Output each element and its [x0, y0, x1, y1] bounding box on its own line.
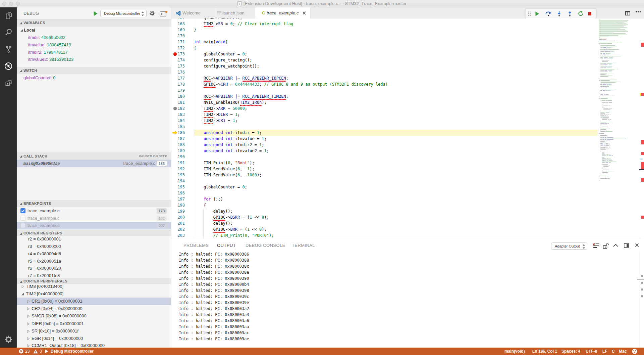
code-line-201[interactable]: 201 delay(); [171, 220, 644, 226]
tab-trace_example-c[interactable]: Ctrace_example.c [255, 7, 310, 19]
feedback-smiley-icon[interactable] [632, 349, 637, 355]
peripheral-row[interactable]: SMCR [0x08] = 0x00000000 [17, 312, 171, 320]
code-line-193[interactable]: 193 ITM_SendValue(6, -1000); [171, 172, 644, 178]
status-cursor-position[interactable]: Ln 186, Col 1 [532, 348, 557, 355]
panel-tab-terminal[interactable]: TERMINAL [292, 243, 315, 248]
activitybar-item-source-control[interactable] [0, 42, 17, 56]
code-line-171[interactable]: 171int main(void) [171, 39, 644, 45]
peripheral-row[interactable]: DIER [0x0c] = 0x00000001 [17, 320, 171, 327]
step-out-button[interactable] [566, 9, 574, 18]
code-line-178[interactable]: 178 GPIOC->CRH = 0x44444433; // GPIOC 8 … [171, 81, 644, 87]
breakpoint-row[interactable]: trace_example.c173 [17, 207, 171, 215]
move-panel-right-button[interactable] [624, 243, 629, 248]
peripheral-row[interactable]: CR2 [0x04] = 0x00000000 [17, 305, 171, 312]
close-tab-icon[interactable] [303, 11, 306, 15]
code-line-174[interactable]: 174 configure_tracing(); [171, 57, 644, 63]
variables-scope-row[interactable]: Local [17, 27, 171, 34]
code-line-187[interactable]: 187 unsigned int itmvalue = 1; [171, 136, 644, 142]
peripheral-row[interactable]: CCMR1_Output [0x18] = 0x00000000 [17, 342, 171, 348]
code-line-203[interactable]: 203 // ITM_Print(0, "PORT0"); [171, 232, 644, 238]
stop-button[interactable] [585, 9, 594, 18]
panel-tab-debug-console[interactable]: DEBUG CONSOLE [246, 243, 285, 248]
code-line-202[interactable]: 202 GPIOC->BRR = (1 << 8); [171, 226, 644, 232]
code-line-195[interactable]: 195 globalCounter = 0; [171, 184, 644, 190]
code-line-199[interactable]: 199 delay(); [171, 208, 644, 214]
code-line-185[interactable]: 185 [171, 124, 644, 130]
debug-status-item[interactable]: Debug Microcontroller [45, 348, 94, 355]
step-over-button[interactable] [544, 9, 553, 18]
section-header-breakpoints[interactable]: BREAKPOINTS [17, 200, 171, 207]
close-panel-button[interactable] [635, 243, 639, 247]
code-line-196[interactable]: 196 [171, 190, 644, 196]
debug-console-toggle-button[interactable] [160, 10, 168, 17]
code-line-181[interactable]: 181 NVIC_EnableIRQ(TIM2_IRQn); [171, 99, 644, 105]
section-header-variables[interactable]: VARIABLES [17, 19, 171, 27]
section-header-watch[interactable]: WATCH [17, 67, 171, 74]
breakpoint-row[interactable]: trace_example.c207 [17, 222, 171, 229]
tab-Welcome[interactable]: Welcome [171, 7, 215, 18]
peripheral-row[interactable]: SR [0x10] = 0x0000001f [17, 327, 171, 335]
configure-gear-button[interactable] [149, 10, 155, 16]
twistie-collapsed-icon[interactable] [27, 322, 30, 325]
output-scrollbar[interactable] [640, 251, 640, 348]
toolbar-drag-handle[interactable] [526, 9, 532, 18]
toggle-autoscroll-button[interactable] [603, 243, 609, 249]
activitybar-item-extensions[interactable] [0, 76, 17, 90]
code-line-188[interactable]: 188 unsigned int itmdir2 = 1; [171, 142, 644, 148]
twistie-collapsed-icon[interactable] [21, 285, 24, 288]
peripheral-row[interactable]: CR1 [0x00] = 0x00000001 [17, 298, 171, 305]
peripheral-row[interactable]: EGR [0x14] = 0x00000000 [17, 335, 171, 342]
problems-status-item[interactable]: 230 [19, 348, 42, 355]
twistie-collapsed-icon[interactable] [27, 337, 30, 340]
breakpoint-glyph[interactable] [173, 52, 179, 58]
code-line-179[interactable]: 179 [171, 87, 644, 93]
maximize-panel-button[interactable] [613, 244, 618, 247]
continue-button[interactable] [533, 9, 541, 18]
code-line-183[interactable]: 183 TIM2->DIER = 1; [171, 112, 644, 118]
twistie-collapsed-icon[interactable] [27, 307, 30, 310]
step-into-button[interactable] [555, 9, 564, 18]
code-line-198[interactable]: 198 { [171, 202, 644, 208]
variable-row[interactable]: itmdir2: 1799478117 [17, 49, 171, 56]
code-line-177[interactable]: 177 RCC->APB2ENR |= RCC_APB2ENR_IOPCEN; [171, 75, 644, 81]
breakpoint-checkbox[interactable] [20, 216, 25, 221]
register-row[interactable]: r6 = 0x00000020 [17, 265, 171, 272]
code-line-192[interactable]: 192 ITM_SendValue(6, -1); [171, 166, 644, 172]
output-log[interactable]: Info : halted: PC: 0x08000386 Info : hal… [179, 251, 249, 342]
code-line-190[interactable]: 190 [171, 154, 644, 160]
activitybar-item-explorer[interactable] [0, 9, 17, 22]
status-indentation[interactable]: Spaces: 4 [561, 348, 580, 355]
twistie-collapsed-icon[interactable] [27, 344, 30, 347]
twistie-collapsed-icon[interactable] [27, 330, 30, 333]
twistie-collapsed-icon[interactable] [27, 300, 30, 303]
status-remote[interactable]: Mac [619, 348, 627, 355]
code-line-182[interactable]: 182 TIM2->ARR = 50000; [171, 105, 644, 112]
code-line-172[interactable]: 172{ [171, 45, 644, 51]
register-row[interactable]: r2 = 0x00000001 [17, 235, 171, 243]
breakpoint-checkbox[interactable] [20, 223, 25, 228]
code-line-184[interactable]: 184 TIM2->CR1 = 1; [171, 118, 644, 124]
breakpoint-row[interactable]: trace_example.c182 [17, 215, 171, 222]
settings-gear-button[interactable] [0, 332, 17, 346]
code-line-175[interactable]: 175 configure_watchpoint(); [171, 63, 644, 69]
watch-row[interactable]: globalCounter: 0 [17, 74, 171, 82]
tab-launch-json[interactable]: launch.json [215, 7, 255, 18]
debug-config-dropdown[interactable]: Debug Microcontroller [100, 10, 147, 17]
register-row[interactable]: r4 = 0x080004d6 [17, 250, 171, 258]
output-channel-dropdown[interactable]: Adapter Output [551, 242, 587, 250]
code-line-200[interactable]: 200 GPIOC->BSRR = (1 << 8); [171, 214, 644, 220]
status-encoding[interactable]: UTF-8 [586, 348, 597, 355]
overview-ruler[interactable] [639, 18, 644, 239]
code-line-180[interactable]: 180 RCC->APB1ENR |= RCC_APB1ENR_TIM2EN; [171, 93, 644, 99]
minimap[interactable] [598, 18, 639, 239]
breakpoint-checkbox[interactable] [20, 208, 25, 213]
code-line-186[interactable]: 186 unsigned int itmdir = 1; [171, 130, 644, 136]
peripheral-row[interactable]: TIM8 [0x40013400] [17, 283, 171, 290]
code-line-173[interactable]: 173 globalCounter = 0; [171, 51, 644, 57]
twistie-expanded-icon[interactable] [21, 293, 24, 296]
code-line-189[interactable]: 189 unsigned int itmvalue2 = 1; [171, 148, 644, 154]
start-debug-button[interactable] [94, 11, 98, 16]
activitybar-item-debug[interactable] [0, 59, 17, 73]
code-line-167[interactable]: 167 globalCounter++; [171, 18, 644, 21]
split-editor-button[interactable] [625, 11, 630, 15]
